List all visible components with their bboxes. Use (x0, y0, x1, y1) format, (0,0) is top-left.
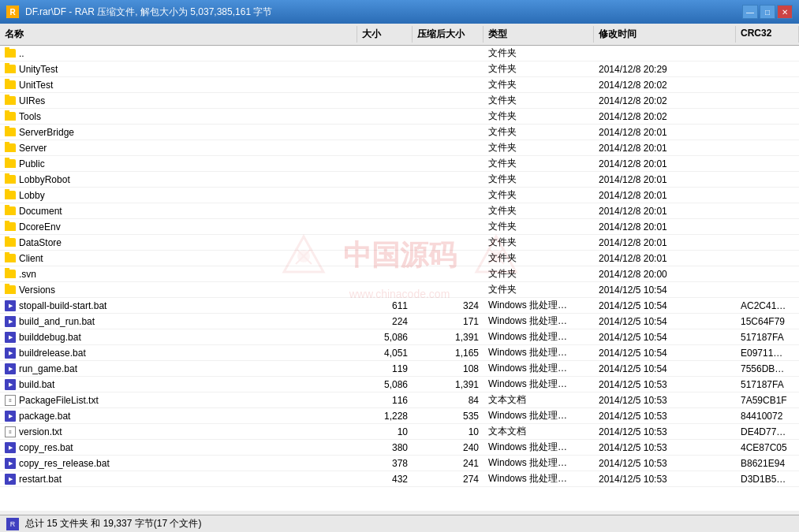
file-type-cell: 文件夹 (484, 172, 594, 187)
table-row[interactable]: ▶stopall-build-start.bat611324Windows 批处… (0, 298, 799, 314)
file-crc-cell (736, 242, 799, 244)
table-row[interactable]: DataStore文件夹2014/12/8 20:01 (0, 235, 799, 251)
maximize-button[interactable]: □ (760, 5, 775, 19)
file-crc-cell: D3D1B5… (736, 473, 799, 485)
table-row[interactable]: ≡version.txt1010文本文档2014/12/5 10:53DE4D7… (0, 424, 799, 440)
file-name-cell: Server (0, 142, 357, 154)
file-crc-cell (736, 132, 799, 133)
file-size-cell (357, 210, 413, 212)
file-size-cell (357, 53, 413, 54)
file-size-cell (357, 132, 413, 133)
file-compressed-cell: 1,165 (413, 347, 484, 359)
table-row[interactable]: UnitTest文件夹2014/12/8 20:02 (0, 77, 799, 93)
table-row[interactable]: ..文件夹 (0, 46, 799, 61)
table-row[interactable]: ≡PackageFileList.txt11684文本文档2014/12/5 1… (0, 392, 799, 408)
file-modified-cell: 2014/12/8 20:01 (594, 126, 736, 139)
table-row[interactable]: LobbyRobot文件夹2014/12/8 20:01 (0, 172, 799, 188)
table-row[interactable]: Lobby文件夹2014/12/8 20:01 (0, 188, 799, 203)
file-modified-cell: 2014/12/5 10:54 (594, 331, 736, 344)
table-row[interactable]: UnityTest文件夹2014/12/8 20:29 (0, 61, 799, 77)
table-row[interactable]: ▶build_and_run.bat224171Windows 批处理…2014… (0, 314, 799, 329)
table-row[interactable]: ▶copy_res_release.bat378241Windows 批处理…2… (0, 456, 799, 471)
table-row[interactable]: Public文件夹2014/12/8 20:01 (0, 156, 799, 172)
file-name-label: version.txt (19, 426, 62, 437)
col-type[interactable]: 类型 (484, 26, 594, 43)
file-modified-cell: 2014/12/8 20:01 (594, 158, 736, 170)
bat-icon: ▶ (5, 458, 16, 469)
table-row[interactable]: ▶build.bat5,0861,391Windows 批处理…2014/12/… (0, 377, 799, 392)
bat-icon: ▶ (5, 442, 16, 453)
file-compressed-cell (413, 226, 484, 228)
close-button[interactable]: ✕ (777, 5, 793, 19)
col-crc32[interactable]: CRC32 (736, 26, 799, 43)
bat-icon: ▶ (5, 332, 16, 343)
table-row[interactable]: ServerBridge文件夹2014/12/8 20:01 (0, 125, 799, 140)
table-row[interactable]: .svn文件夹2014/12/8 20:00 (0, 266, 799, 282)
minimize-button[interactable]: — (742, 5, 758, 19)
file-type-cell: 文件夹 (484, 125, 594, 140)
file-type-cell: 文件夹 (484, 46, 594, 61)
file-modified-cell: 2014/12/5 10:53 (594, 378, 736, 391)
file-compressed-cell: 535 (413, 410, 484, 422)
file-name-cell: DcoreEnv (0, 221, 357, 233)
file-type-cell: Windows 批处理… (484, 298, 594, 313)
file-size-cell (357, 163, 413, 165)
table-row[interactable]: ▶buildrelease.bat4,0511,165Windows 批处理…2… (0, 345, 799, 361)
file-size-cell (357, 69, 413, 70)
file-name-label: builddebug.bat (19, 332, 81, 343)
table-row[interactable]: ▶builddebug.bat5,0861,391Windows 批处理…201… (0, 329, 799, 345)
file-size-cell (357, 100, 413, 102)
file-type-cell: 文件夹 (484, 235, 594, 250)
file-compressed-cell (413, 195, 484, 196)
table-row[interactable]: Versions文件夹2014/12/5 10:54 (0, 282, 799, 298)
table-row[interactable]: ▶run_game.bat119108Windows 批处理…2014/12/5… (0, 361, 799, 377)
file-name-cell: UIRes (0, 95, 357, 107)
table-row[interactable]: DcoreEnv文件夹2014/12/8 20:01 (0, 219, 799, 235)
file-type-cell: 文件夹 (484, 219, 594, 234)
bat-icon: ▶ (5, 348, 16, 359)
file-modified-cell: 2014/12/8 20:02 (594, 95, 736, 107)
file-size-cell (357, 258, 413, 259)
status-icon-area: R (6, 518, 25, 530)
file-size-cell: 611 (357, 299, 413, 312)
file-compressed-cell (413, 242, 484, 244)
table-row[interactable]: UIRes文件夹2014/12/8 20:02 (0, 93, 799, 109)
file-name-label: buildrelease.bat (19, 348, 86, 359)
file-name-cell: Client (0, 252, 357, 265)
col-name[interactable]: 名称 (0, 26, 357, 43)
file-type-cell: Windows 批处理… (484, 377, 594, 392)
txt-icon: ≡ (5, 426, 16, 437)
file-compressed-cell: 1,391 (413, 378, 484, 391)
table-row[interactable]: Tools文件夹2014/12/8 20:02 (0, 109, 799, 125)
file-name-cell: ▶copy_res_release.bat (0, 457, 357, 470)
file-size-cell: 1,228 (357, 410, 413, 422)
table-row[interactable]: Client文件夹2014/12/8 20:01 (0, 251, 799, 266)
file-crc-cell (736, 258, 799, 259)
file-name-cell: ▶copy_res.bat (0, 441, 357, 454)
file-type-cell: Windows 批处理… (484, 440, 594, 455)
folder-icon (5, 128, 16, 136)
file-name-label: DcoreEnv (19, 221, 61, 233)
table-row[interactable]: ▶package.bat1,228535Windows 批处理…2014/12/… (0, 408, 799, 424)
folder-icon (5, 206, 16, 215)
bat-icon: ▶ (5, 411, 16, 422)
table-row[interactable]: ▶restart.bat432274Windows 批处理…2014/12/5 … (0, 471, 799, 487)
file-type-cell: Windows 批处理… (484, 361, 594, 376)
file-type-cell: Windows 批处理… (484, 329, 594, 344)
file-list[interactable]: ..文件夹UnityTest文件夹2014/12/8 20:29UnitTest… (0, 46, 799, 511)
table-row[interactable]: ▶copy_res.bat380240Windows 批处理…2014/12/5… (0, 440, 799, 456)
table-row[interactable]: Document文件夹2014/12/8 20:01 (0, 203, 799, 219)
file-name-cell: DataStore (0, 236, 357, 249)
file-name-cell: ▶build.bat (0, 378, 357, 391)
file-crc-cell: B8621E94 (736, 457, 799, 470)
file-crc-cell (736, 289, 799, 291)
file-type-cell: 文件夹 (484, 140, 594, 155)
col-size[interactable]: 大小 (357, 26, 413, 43)
file-modified-cell: 2014/12/5 10:54 (594, 347, 736, 359)
svg-text:R: R (9, 8, 16, 17)
col-modified[interactable]: 修改时间 (594, 26, 736, 43)
table-row[interactable]: Server文件夹2014/12/8 20:01 (0, 140, 799, 156)
col-compressed[interactable]: 压缩后大小 (413, 26, 484, 43)
file-compressed-cell: 241 (413, 457, 484, 470)
file-size-cell (357, 147, 413, 149)
